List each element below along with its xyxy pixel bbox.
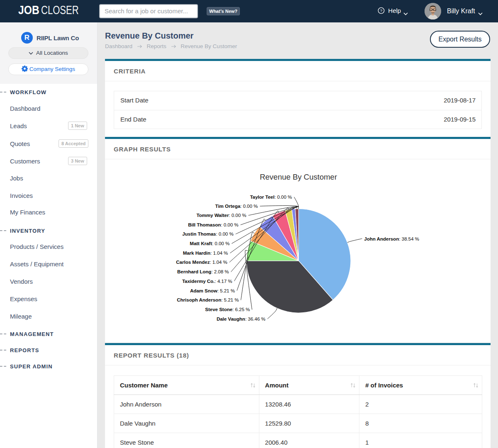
svg-text:Mark Hardin: 1.04 %: Mark Hardin: 1.04 % [183,251,228,256]
svg-text:John Anderson: 38.54 %: John Anderson: 38.54 % [364,236,420,241]
svg-text:Tommy Walter: 0.00 %: Tommy Walter: 0.00 % [196,213,246,218]
svg-text:Justin Thomas: 0.00 %: Justin Thomas: 0.00 % [182,231,233,236]
svg-text:Taylor Teel: 0.00 %: Taylor Teel: 0.00 % [250,195,292,200]
svg-text:Adam Snow: 5.21 %: Adam Snow: 5.21 % [190,288,235,293]
svg-text:?: ? [380,8,383,13]
svg-text:Taxidermy Co.: 4.17 %: Taxidermy Co.: 4.17 % [182,279,232,284]
svg-text:Bill Thomason: 0.00 %: Bill Thomason: 0.00 % [188,222,238,227]
svg-text:Revenue By Customer: Revenue By Customer [260,173,337,181]
svg-text:Chrisoph Anderson: 5.21 %: Chrisoph Anderson: 5.21 % [177,297,239,302]
svg-text:Bernhard Long: 2.08 %: Bernhard Long: 2.08 % [177,269,229,274]
svg-text:Matt Kraft: 0.00 %: Matt Kraft: 0.00 % [190,241,229,246]
svg-text:Dale Vaughn: 36.46 %: Dale Vaughn: 36.46 % [217,317,266,321]
svg-text:Tim Ortega: 0.00 %: Tim Ortega: 0.00 % [215,204,258,209]
svg-text:Carlos Mendez: 1.04 %: Carlos Mendez: 1.04 % [176,260,227,265]
svg-text:Steve Stone: 6.25 %: Steve Stone: 6.25 % [205,307,250,312]
